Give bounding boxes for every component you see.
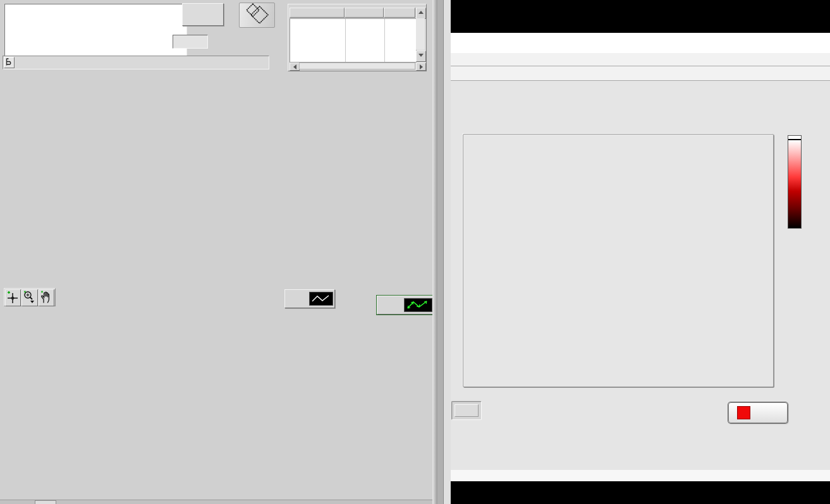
top-black-band — [451, 0, 830, 33]
fc-trace-graph[interactable] — [52, 319, 422, 475]
scroll-left-button[interactable] — [290, 63, 300, 71]
mcp-command-input[interactable] — [4, 4, 187, 63]
window-divider — [437, 0, 451, 504]
colorbar-overrange-cap — [788, 136, 801, 140]
column-separator — [345, 19, 346, 62]
up-arrow-icon — [418, 11, 424, 14]
hand-icon — [39, 290, 53, 304]
standard-deviation-value[interactable] — [173, 35, 208, 49]
stop-button[interactable] — [728, 402, 788, 423]
shot-number-input-inner — [455, 404, 479, 417]
intensity-panel-window — [451, 0, 830, 504]
fc-legend-line-icon — [309, 292, 333, 306]
cursor-table-header-y[interactable] — [384, 8, 415, 18]
stop-square-icon — [737, 406, 750, 419]
white-band — [451, 33, 830, 53]
left-arrow-icon — [293, 64, 296, 69]
vertical-scroll-track[interactable] — [416, 18, 425, 50]
cursor-table-header-name[interactable] — [290, 8, 345, 18]
scroll-up-button[interactable] — [416, 8, 426, 19]
amplitude-colorbar[interactable] — [788, 135, 802, 229]
diamond-icon — [240, 18, 273, 28]
shot-number-input[interactable] — [451, 401, 482, 420]
bottom-light-band — [451, 470, 830, 481]
toolbar-band-2 — [451, 66, 830, 81]
path-type-icon — [4, 57, 15, 68]
scint-legend-line-icon — [404, 298, 432, 312]
pan-tool-button[interactable] — [39, 289, 54, 306]
waveform-front-panel — [0, 0, 437, 504]
cursor-legend-panel — [288, 4, 427, 71]
wfm-path-control[interactable] — [3, 56, 269, 69]
bottom-black-band — [451, 481, 830, 504]
load-old-waveform-button[interactable] — [182, 3, 224, 26]
column-separator — [384, 19, 385, 62]
toolbar-band-1 — [451, 53, 830, 66]
down-arrow-icon — [418, 54, 424, 57]
cursor-table-body — [290, 18, 417, 63]
scrollbar-thumb[interactable] — [35, 500, 56, 504]
fc-plot-legend[interactable] — [284, 289, 335, 308]
colorbar-gradient — [788, 140, 801, 228]
scroll-down-button[interactable] — [416, 51, 426, 62]
panel-horizontal-scrollbar[interactable] — [0, 500, 432, 504]
horizontal-scroll-track[interactable] — [299, 63, 415, 69]
mcp-waveform-graph[interactable] — [37, 84, 422, 262]
crosshair-icon — [6, 290, 20, 304]
application-root — [0, 0, 830, 504]
cursor-tool-button[interactable] — [5, 289, 21, 306]
scroll-right-button[interactable] — [416, 63, 426, 71]
scint-plot-legend[interactable] — [377, 296, 435, 315]
window-right-edge — [432, 0, 437, 504]
diamond-button[interactable] — [239, 3, 275, 28]
right-arrow-icon — [420, 64, 423, 69]
graph-palette — [4, 288, 56, 306]
cursor-table-header-x[interactable] — [345, 8, 384, 18]
zoom-tool-button[interactable] — [21, 289, 37, 306]
intensity-graph-image[interactable] — [473, 144, 771, 364]
magnifier-icon — [22, 290, 36, 304]
